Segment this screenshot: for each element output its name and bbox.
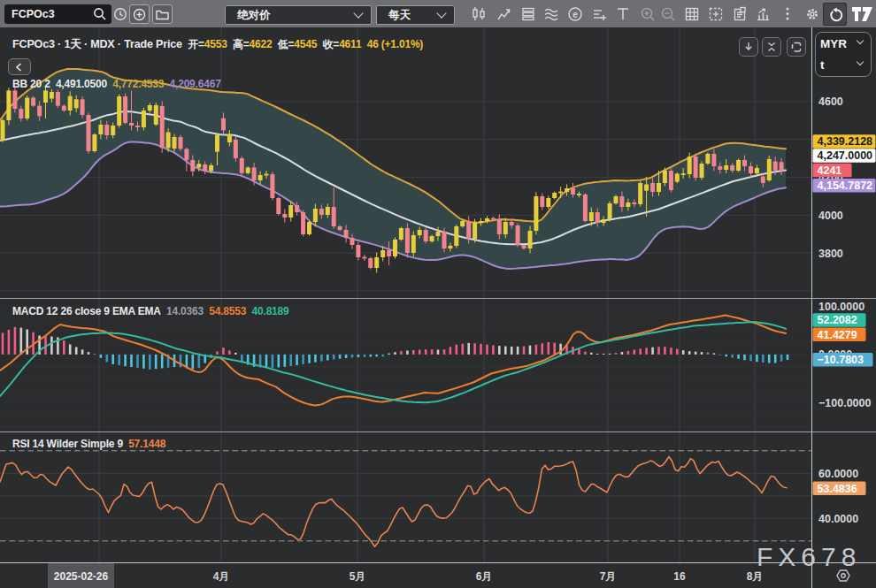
svg-text:e: e (572, 10, 578, 19)
svg-text:4月: 4月 (213, 570, 230, 583)
svg-text:4600: 4600 (818, 95, 843, 108)
svg-text:2025-02-26: 2025-02-26 (54, 570, 109, 583)
svg-text:−100.0000: −100.0000 (818, 397, 871, 409)
svg-text:40.0000: 40.0000 (818, 513, 858, 525)
svg-text:4,154.7872: 4,154.7872 (818, 179, 873, 192)
svg-text:53.4836: 53.4836 (818, 483, 857, 495)
svg-text:100.0000: 100.0000 (818, 301, 864, 313)
svg-text:4241: 4241 (818, 164, 842, 177)
svg-text:4,339.2128: 4,339.2128 (818, 135, 873, 148)
svg-text:4,247.0000: 4,247.0000 (818, 149, 873, 162)
svg-text:7月: 7月 (600, 570, 617, 583)
svg-text:3800: 3800 (818, 248, 843, 260)
svg-text:16: 16 (673, 570, 686, 583)
svg-text:5月: 5月 (350, 570, 366, 583)
svg-text:52.2082: 52.2082 (818, 314, 857, 326)
svg-text:60.0000: 60.0000 (818, 468, 858, 480)
svg-text:8月: 8月 (747, 570, 764, 583)
svg-text:6月: 6月 (476, 570, 493, 583)
svg-text:41.4279: 41.4279 (818, 329, 857, 341)
svg-text:FX678: FX678 (757, 542, 861, 571)
svg-text:4000: 4000 (818, 210, 843, 222)
svg-text:−10.7803: −10.7803 (818, 354, 864, 366)
